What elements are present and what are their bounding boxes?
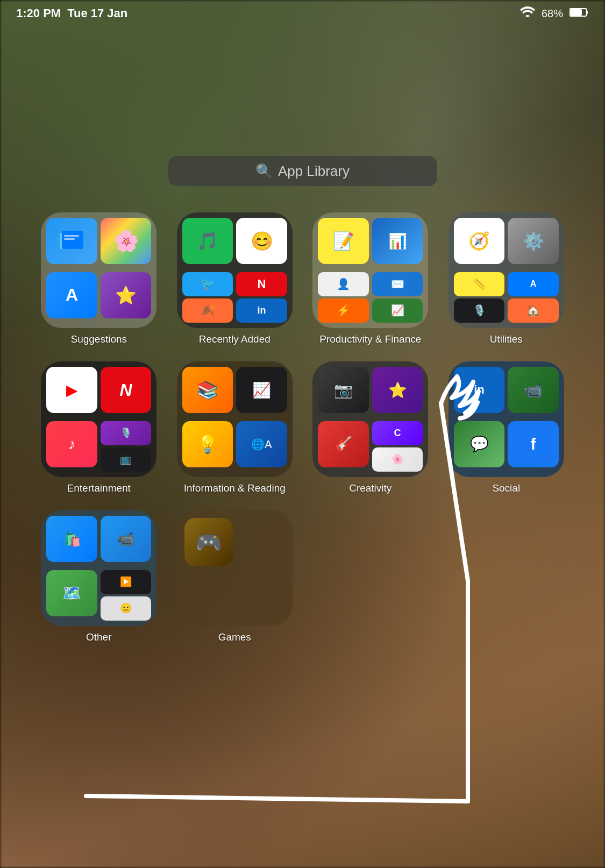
icon-spotify: 🎵 [182,218,233,264]
icon-music: ♪ [46,421,97,467]
folder-information-label: Information & Reading [184,482,286,494]
icon-messages: 💬 [454,421,505,467]
folder-games-box[interactable]: 🎮 [177,510,293,626]
icon-group-prod-left: 👤 ⚡ [318,272,369,323]
icon-facetime: 📹 [508,367,559,413]
icon-group-right2: N in [236,272,287,323]
icon-stocks: 📈 [236,367,287,413]
icon-photos: 🌸 [101,218,152,264]
icon-group-util-right: A 🏠 [508,272,559,323]
folder-entertainment[interactable]: ▶ N ♪ 🎙️ 📺 Entertainment [39,361,159,494]
folder-creativity[interactable]: 📷 ⭐ 🎸 C 🌸 Creativity [311,361,431,494]
icon-youtube: ▶ [46,367,97,413]
folder-games-label: Games [218,631,251,643]
icon-toplevel: ⭐ [101,272,152,318]
status-date: Tue 17 Jan [67,6,127,20]
icon-appstore: A [46,272,97,318]
icon-maps: 🗺️ [46,570,97,616]
icon-facebook: f [508,421,559,467]
folder-entertainment-box[interactable]: ▶ N ♪ 🎙️ 📺 [41,361,156,477]
folder-social[interactable]: in 📹 💬 f Social [446,361,566,494]
folder-information-box[interactable]: 📚 📈 💡 🌐A [177,361,293,477]
folder-recently-label: Recently Added [199,333,271,345]
wifi-icon [520,6,535,20]
svg-rect-6 [64,238,75,240]
folder-social-label: Social [492,482,520,494]
icon-safari: 🧭 [454,218,505,264]
folder-suggestions-label: Suggestions [70,333,127,345]
folder-other-label: Other [86,631,112,643]
search-bar[interactable]: 🔍 App Library [168,156,437,186]
app-library-grid: 🌸 A ⭐ Suggestions 🎵 😊 🐦 [39,212,566,643]
icon-books: 📚 [182,367,233,413]
icon-group-right: 🐦 🍂 [182,272,233,323]
folder-suggestions-box[interactable]: 🌸 A ⭐ [41,212,156,328]
icon-netflix: N [101,367,152,413]
folder-recently-added[interactable]: 🎵 😊 🐦 🍂 N in Recen [175,212,295,345]
icon-tips: 💡 [182,421,233,467]
icon-notes: 📝 [318,218,369,264]
icon-linkedin: in [454,367,505,413]
icon-camera: 📷 [318,367,369,413]
icon-zoom: 📹 [101,516,152,562]
folder-utilities-box[interactable]: 🧭 ⚙️ 📏 🎙️ A 🏠 [449,212,564,328]
icon-imovie: ⭐ [372,367,423,413]
icon-garageband: 🎸 [318,421,369,467]
folder-recently-box[interactable]: 🎵 😊 🐦 🍂 N in [177,212,293,328]
icon-settings: ⚙️ [508,218,559,264]
icon-catapp: 😊 [236,218,287,264]
icon-group-creat-right: C 🌸 [372,421,423,472]
folder-social-box[interactable]: in 📹 💬 f [449,361,564,477]
folder-creativity-box[interactable]: 📷 ⭐ 🎸 C 🌸 [312,361,428,477]
status-time: 1:20 PM [16,6,61,20]
icon-group-other-right: ▶️ 😐 [101,570,152,621]
folder-other-box[interactable]: 🛍️ 📹 🗺️ ▶️ 😐 [41,510,156,626]
folder-productivity-label: Productivity & Finance [319,333,421,345]
folder-suggestions[interactable]: 🌸 A ⭐ Suggestions [39,212,159,345]
icon-group-ent-right: 🎙️ 📺 [101,421,152,472]
icon-files [46,218,97,264]
folder-other[interactable]: 🛍️ 📹 🗺️ ▶️ 😐 Other [39,510,159,643]
icon-keynote: 📊 [372,218,423,264]
folder-information[interactable]: 📚 📈 💡 🌐A Information & Reading [175,361,295,494]
folder-games[interactable]: 🎮 Games [175,510,295,643]
search-placeholder: App Library [278,163,350,180]
folder-utilities-label: Utilities [490,333,523,345]
battery-percentage: 68% [542,8,563,20]
search-icon: 🔍 [255,163,273,180]
icon-appstore-other: 🛍️ [46,516,97,562]
folder-productivity-box[interactable]: 📝 📊 👤 ⚡ ✉️ 📈 [312,212,428,328]
folder-entertainment-label: Entertainment [67,482,131,494]
status-right: 68% [520,6,589,20]
svg-rect-1 [570,9,582,16]
icon-translate: 🌐A [236,421,287,467]
svg-rect-5 [64,235,79,237]
battery-icon [570,7,589,20]
icon-group-prod-right: ✉️ 📈 [372,272,423,323]
folder-creativity-label: Creativity [349,482,392,494]
icon-bgmi: 🎮 [184,518,233,566]
folder-utilities[interactable]: 🧭 ⚙️ 📏 🎙️ A 🏠 Util [446,212,566,345]
status-bar: 1:20 PM Tue 17 Jan 68% [0,0,605,27]
folder-productivity[interactable]: 📝 📊 👤 ⚡ ✉️ 📈 Produ [311,212,431,345]
icon-group-util-left: 📏 🎙️ [454,272,505,323]
